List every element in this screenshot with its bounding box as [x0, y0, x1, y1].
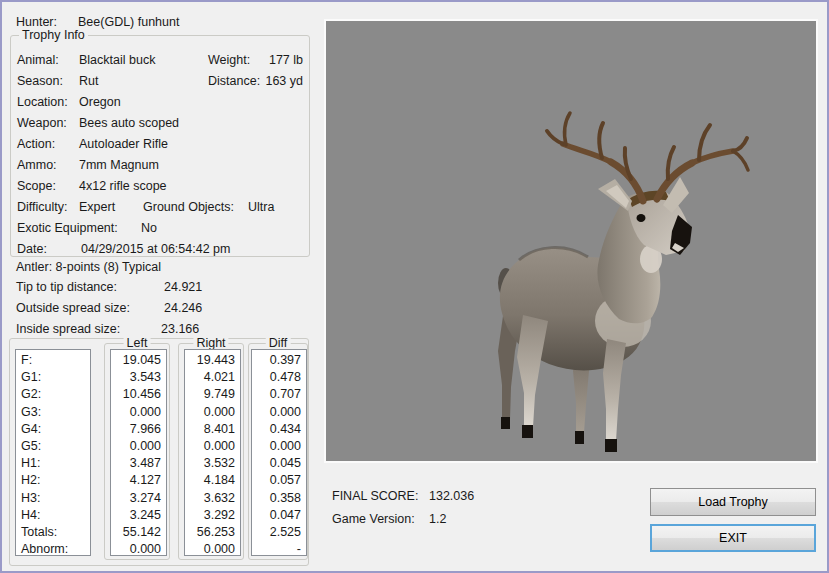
diff-value: 0.707 — [252, 386, 306, 403]
left-value: 55.142 — [111, 524, 166, 541]
trophy-render-panel — [324, 19, 818, 463]
right-value: 4.021 — [185, 369, 240, 386]
right-value: 3.532 — [185, 455, 240, 472]
left-value: 10.456 — [111, 386, 166, 403]
game-version-value: 1.2 — [429, 512, 446, 526]
date-label: Date: — [17, 239, 47, 260]
trophy-row-location: Location: Oregon — [11, 92, 309, 113]
left-value: 3.487 — [111, 455, 166, 472]
left-value: 7.966 — [111, 421, 166, 438]
left-value: 3.245 — [111, 507, 166, 524]
exotic-equipment-label: Exotic Equipment: — [17, 218, 118, 239]
ammo-label: Ammo: — [17, 155, 57, 176]
trophy-info-group: Trophy Info Animal: Blacktail buck Weigh… — [10, 35, 310, 257]
outside-spread-label: Outside spread size: — [16, 301, 130, 315]
right-values-listbox: 19.443 4.021 9.749 0.000 8.401 0.000 3.5… — [184, 349, 241, 556]
weight-value: 177 lb — [269, 50, 303, 71]
ground-objects-value: Ultra — [248, 197, 274, 218]
right-value: 0.000 — [185, 541, 240, 556]
trophy-row-ammo: Ammo: 7mm Magnum — [11, 155, 309, 176]
right-column-header: Right — [193, 336, 228, 350]
left-value: 19.045 — [111, 352, 166, 369]
measure-label: F: — [16, 352, 90, 369]
trophy-row-date: Date: 04/29/2015 at 06:54:42 pm — [11, 239, 309, 260]
measure-label: H4: — [16, 507, 90, 524]
left-value: 0.000 — [111, 438, 166, 455]
animal-value: Blacktail buck — [79, 50, 155, 71]
trophy-row-season: Season: Rut Distance: 163 yd — [11, 71, 309, 92]
left-value: 3.543 — [111, 369, 166, 386]
distance-value: 163 yd — [265, 71, 303, 92]
diff-value: - — [252, 541, 306, 556]
left-column-header: Left — [124, 336, 151, 350]
diff-value: 2.525 — [252, 524, 306, 541]
diff-value: 0.057 — [252, 472, 306, 489]
measure-label: H3: — [16, 490, 90, 507]
measure-names-listbox: F: G1: G2: G3: G4: G5: H1: H2: H3: H4: T… — [15, 349, 91, 556]
right-value: 19.443 — [185, 352, 240, 369]
measure-label: G3: — [16, 404, 90, 421]
ammo-value: 7mm Magnum — [79, 155, 159, 176]
distance-label: Distance: — [208, 71, 260, 92]
weapon-label: Weapon: — [17, 113, 67, 134]
diff-value: 0.000 — [252, 404, 306, 421]
load-trophy-button[interactable]: Load Trophy — [650, 488, 816, 516]
diff-value: 0.478 — [252, 369, 306, 386]
right-value: 0.000 — [185, 438, 240, 455]
trophy-row-action: Action: Autoloader Rifle — [11, 134, 309, 155]
action-value: Autoloader Rifle — [79, 134, 168, 155]
measure-label: G2: — [16, 386, 90, 403]
animal-label: Animal: — [17, 50, 59, 71]
diff-value: 0.397 — [252, 352, 306, 369]
measure-label: Totals: — [16, 524, 90, 541]
scope-value: 4x12 rifle scope — [79, 176, 167, 197]
inside-spread-label: Inside spread size: — [16, 322, 120, 336]
trophy-row-exotic: Exotic Equipment: No — [11, 218, 309, 239]
left-value: 0.000 — [111, 541, 166, 556]
game-version-label: Game Version: — [332, 512, 415, 526]
measure-label: H1: — [16, 455, 90, 472]
trophy-row-animal: Animal: Blacktail buck Weight: 177 lb — [11, 50, 309, 71]
right-value: 4.184 — [185, 472, 240, 489]
left-value: 0.000 — [111, 404, 166, 421]
inside-spread-value: 23.166 — [161, 322, 199, 336]
exit-button[interactable]: EXIT — [650, 524, 816, 552]
right-value: 3.632 — [185, 490, 240, 507]
left-value: 4.127 — [111, 472, 166, 489]
tip-to-tip-label: Tip to tip distance: — [16, 280, 117, 294]
ground-objects-label: Ground Objects: — [143, 197, 234, 218]
diff-value: 0.047 — [252, 507, 306, 524]
deer-image — [326, 21, 816, 461]
left-value: 3.274 — [111, 490, 166, 507]
hunter-label: Hunter: — [16, 15, 57, 29]
outside-spread-value: 24.246 — [164, 301, 202, 315]
final-score-value: 132.036 — [429, 489, 474, 503]
location-value: Oregon — [79, 92, 121, 113]
right-value: 56.253 — [185, 524, 240, 541]
antler-summary: Antler: 8-points (8) Typical — [16, 260, 161, 274]
action-label: Action: — [17, 134, 55, 155]
measure-label: Abnorm: — [16, 541, 90, 556]
trophy-row-weapon: Weapon: Bees auto scoped — [11, 113, 309, 134]
diff-column-header: Diff — [266, 336, 291, 350]
hunter-value: Bee(GDL) funhunt — [78, 15, 179, 29]
exotic-equipment-value: No — [141, 218, 157, 239]
weapon-value: Bees auto scoped — [79, 113, 179, 134]
right-value: 3.292 — [185, 507, 240, 524]
right-value: 8.401 — [185, 421, 240, 438]
diff-value: 0.045 — [252, 455, 306, 472]
measure-label: G4: — [16, 421, 90, 438]
right-value: 9.749 — [185, 386, 240, 403]
difficulty-value: Expert — [79, 197, 115, 218]
diff-value: 0.358 — [252, 490, 306, 507]
difficulty-label: Difficulty: — [17, 197, 67, 218]
season-label: Season: — [17, 71, 63, 92]
diff-value: 0.000 — [252, 438, 306, 455]
measure-label: H2: — [16, 472, 90, 489]
trophy-info-title: Trophy Info — [19, 28, 88, 42]
left-values-listbox: 19.045 3.543 10.456 0.000 7.966 0.000 3.… — [110, 349, 167, 556]
date-value: 04/29/2015 at 06:54:42 pm — [81, 239, 230, 260]
trophy-viewer-window: Hunter: Bee(GDL) funhunt Trophy Info Ani… — [0, 0, 829, 573]
location-label: Location: — [17, 92, 68, 113]
diff-values-listbox: 0.397 0.478 0.707 0.000 0.434 0.000 0.04… — [251, 349, 307, 556]
